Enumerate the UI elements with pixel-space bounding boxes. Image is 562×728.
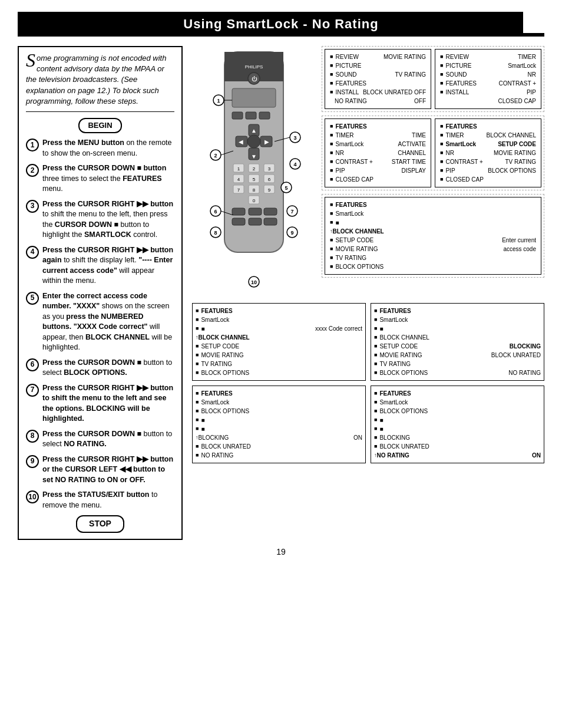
step-num-4: 4 — [26, 246, 39, 259]
menu-item: ■SETUP CODEEnter current — [330, 236, 536, 245]
menu-item: ■NRCHANNEL — [330, 149, 426, 157]
intro-text: S ome programming is not encoded with co… — [26, 53, 174, 112]
remote-area: PHILIPS ⏻ — [192, 46, 316, 296]
stop-label: STOP — [76, 515, 124, 533]
menu-item: ■INSTALLPIP — [440, 88, 536, 97]
step-text-2: Press the CURSOR DOWN ■ button three tim… — [42, 163, 174, 195]
menu-item: ■CONTRAST +START TIME — [330, 157, 426, 166]
step-num-9: 9 — [26, 455, 39, 468]
menu-item: ■FEATURES — [196, 307, 362, 315]
menu-item: ■SmartLock — [330, 209, 536, 218]
page-num-value: 19 — [276, 547, 286, 556]
menu-item: ■■ — [196, 424, 362, 433]
step-5: 5 Enter the correct access code number. … — [26, 291, 174, 353]
menu-item: ■NRMOVIE RATING — [440, 149, 536, 157]
svg-text:9: 9 — [268, 187, 271, 193]
step-2: 2 Press the CURSOR DOWN ■ button three t… — [26, 163, 174, 195]
menu-item: ■REVIEWMOVIE RATING — [330, 52, 426, 61]
svg-text:10: 10 — [251, 279, 257, 285]
svg-text:PHILIPS: PHILIPS — [245, 64, 263, 70]
panel-group-2: ■FEATURES ■TIMERTIME ■SmartLockACTIVATE … — [322, 116, 544, 190]
svg-text:5: 5 — [253, 177, 256, 182]
menu-box-5: ■FEATURES ■SmartLock ■■ ↑BLOCK CHANNEL ■… — [325, 197, 541, 275]
menu-item: ■FEATURES — [330, 122, 426, 131]
svg-text:6: 6 — [214, 209, 217, 215]
step-num-2: 2 — [26, 164, 39, 177]
step-num-1: 1 — [26, 139, 39, 151]
svg-text:4: 4 — [293, 162, 296, 167]
menu-box-9: ■FEATURES ■SmartLock ■BLOCK OPTIONS ■■ ■… — [371, 386, 544, 463]
svg-text:2: 2 — [253, 166, 256, 172]
menu-item: ↑BLOCKINGON — [196, 433, 362, 442]
menu-item: ■FEATURES — [330, 79, 426, 88]
svg-text:7: 7 — [290, 209, 293, 215]
svg-text:8: 8 — [214, 230, 217, 236]
stop-badge: STOP — [26, 515, 174, 533]
step-text-8: Press the CURSOR DOWN ■ button to select… — [42, 429, 174, 450]
menu-item: ■TIMERTIME — [330, 131, 426, 140]
svg-text:▲: ▲ — [251, 127, 257, 134]
menu-item: ↑BLOCK CHANNEL — [196, 333, 362, 342]
page-container: Using SmartLock - No Rating S ome progra… — [0, 0, 562, 728]
menu-box-3: ■FEATURES ■TIMERTIME ■SmartLockACTIVATE … — [325, 118, 431, 187]
menu-item: ■PICTURE — [330, 61, 426, 70]
svg-text:⏻: ⏻ — [252, 76, 257, 82]
step-8: 8 Press the CURSOR DOWN ■ button to sele… — [26, 429, 174, 450]
svg-text:◀: ◀ — [239, 139, 243, 145]
svg-rect-40 — [249, 208, 262, 215]
step-text-1: Press the MENU button on the remote to s… — [42, 138, 174, 159]
svg-rect-41 — [264, 208, 277, 215]
menu-box-2: ■REVIEWTIMER ■PICTURESmartLock ■SOUNDNR … — [435, 49, 541, 109]
menu-item: ■SETUP CODEBLOCKING — [374, 342, 541, 351]
menu-item: ■PICTURESmartLock — [440, 61, 536, 70]
svg-text:0: 0 — [253, 198, 256, 203]
step-7: 7 Press the CURSOR RIGHT ▶▶ button to sh… — [26, 383, 174, 424]
svg-text:7: 7 — [237, 187, 240, 193]
menu-item: ■SmartLock — [196, 315, 362, 324]
menu-item: ■BLOCK CHANNEL — [374, 333, 541, 342]
main-content: S ome programming is not encoded with co… — [18, 46, 544, 540]
menu-item: ■FEATURES — [196, 389, 362, 398]
svg-rect-6 — [232, 88, 276, 107]
svg-text:▼: ▼ — [251, 153, 257, 160]
menu-item: ■BLOCK OPTIONS — [196, 407, 362, 416]
step-text-6: Press the CURSOR DOWN ■ button to select… — [42, 358, 174, 378]
svg-text:3: 3 — [268, 166, 271, 172]
menu-item: ■BLOCKING — [374, 433, 541, 442]
svg-rect-8 — [246, 112, 256, 119]
menu-item: ■BLOCK UNRATED — [374, 442, 541, 451]
menu-item: ■TV RATING — [330, 253, 536, 262]
step-text-10: Press the STATUS/EXIT button to remove t… — [42, 490, 174, 510]
step-text-5: Enter the correct access code number. "X… — [42, 291, 174, 353]
svg-rect-42 — [232, 218, 245, 225]
menu-item: ■SmartLock — [196, 398, 362, 407]
menu-box-8: ■FEATURES ■SmartLock ■BLOCK OPTIONS ■■ ■… — [192, 386, 366, 463]
step-1: 1 Press the MENU button on the remote to… — [26, 138, 174, 159]
menu-item: ■SmartLockSETUP CODE — [440, 140, 536, 149]
menu-item: ■SETUP CODE — [196, 342, 362, 351]
step-num-8: 8 — [26, 430, 39, 443]
step-text-7: Press the CURSOR RIGHT ▶▶ button to shif… — [42, 383, 174, 424]
menu-item: ↑BLOCK CHANNEL — [330, 227, 536, 236]
menu-box-1: ■REVIEWMOVIE RATING ■PICTURE ■SOUNDTV RA… — [325, 49, 431, 109]
svg-rect-7 — [232, 112, 243, 119]
step-3: 3 Press the CURSOR RIGHT ▶▶ button to sh… — [26, 199, 174, 241]
step-9: 9 Press the CURSOR RIGHT ▶▶ button or th… — [26, 454, 174, 486]
svg-text:8: 8 — [253, 187, 256, 193]
step-10: 10 Press the STATUS/EXIT button to remov… — [26, 490, 174, 510]
menu-item: ■■ — [196, 416, 362, 424]
step-num-3: 3 — [26, 200, 39, 213]
menu-item: ■FEATURESCONTRAST + — [440, 79, 536, 88]
bottom-panels: ■FEATURES ■SmartLock ■■xxxx Code correct… — [192, 303, 544, 463]
menu-item: ■SmartLockACTIVATE — [330, 140, 426, 149]
step-num-10: 10 — [26, 490, 39, 503]
menu-box-4: ■FEATURES ■TIMERBLOCK CHANNEL ■SmartLock… — [435, 118, 541, 187]
step-text-9: Press the CURSOR RIGHT ▶▶ button or the … — [42, 454, 174, 486]
step-text-4: Press the CURSOR RIGHT ▶▶ button again t… — [42, 245, 174, 286]
right-panels-top: ■REVIEWMOVIE RATING ■PICTURE ■SOUNDTV RA… — [322, 46, 544, 278]
menu-item: CLOSED CAP — [440, 97, 536, 106]
step-num-6: 6 — [26, 358, 39, 371]
svg-rect-43 — [249, 218, 262, 225]
menu-box-6: ■FEATURES ■SmartLock ■■xxxx Code correct… — [192, 303, 366, 381]
menu-item: ■■ — [374, 324, 541, 333]
